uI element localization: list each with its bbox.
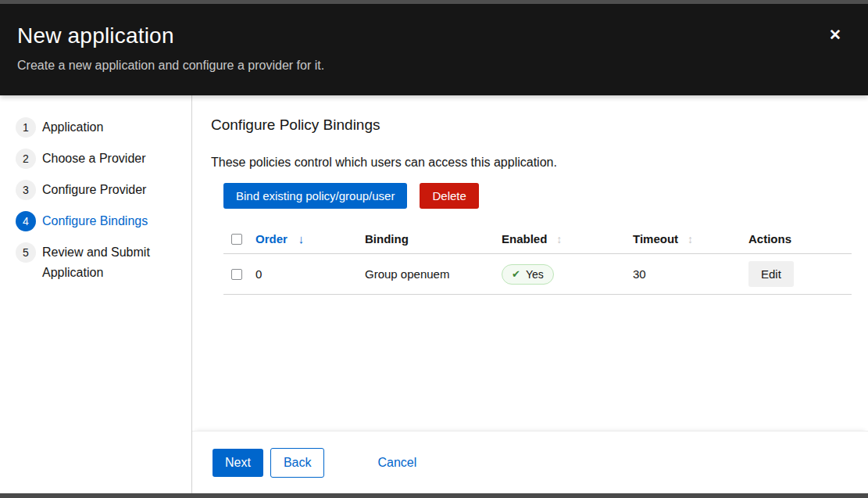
close-icon[interactable]: ✕: [826, 24, 845, 45]
check-icon: ✔: [512, 268, 520, 280]
step-label: Configure Provider: [42, 180, 146, 200]
back-button[interactable]: Back: [270, 448, 325, 478]
sort-icon: ↕: [688, 233, 693, 245]
next-button[interactable]: Next: [213, 449, 263, 477]
new-application-wizard-modal: New application Create a new application…: [0, 0, 868, 498]
modal-subtitle: Create a new application and configure a…: [17, 59, 868, 73]
column-header-order[interactable]: Order↓: [255, 232, 365, 245]
step-number-badge: 5: [16, 242, 36, 263]
wizard-step-application[interactable]: 1 Application: [0, 112, 191, 143]
row-checkbox[interactable]: [231, 269, 242, 280]
step-number-badge: 2: [16, 149, 36, 169]
step-number-badge: 3: [16, 180, 36, 200]
modal-header: New application Create a new application…: [0, 4, 868, 95]
bind-existing-button[interactable]: Bind existing policy/group/user: [223, 183, 407, 209]
order-cell: 0: [255, 267, 365, 281]
wizard-step-review-submit[interactable]: 5 Review and Submit Application: [0, 237, 191, 288]
page-background-bottom: [0, 493, 868, 498]
sort-icon: ↕: [556, 233, 562, 245]
step-label: Application: [42, 117, 103, 138]
column-header-binding[interactable]: Binding: [365, 232, 502, 245]
step-number-badge: 1: [16, 117, 36, 138]
page-description: These policies control which users can a…: [211, 156, 868, 170]
wizard-steps-nav: 1 Application 2 Choose a Provider 3 Conf…: [0, 95, 192, 493]
select-all-cell: [223, 234, 255, 245]
cancel-button[interactable]: Cancel: [377, 456, 416, 470]
wizard-step-content: Configure Policy Bindings These policies…: [192, 95, 868, 493]
wizard-step-configure-provider[interactable]: 3 Configure Provider: [0, 174, 191, 206]
edit-button[interactable]: Edit: [748, 261, 794, 287]
modal-body: 1 Application 2 Choose a Provider 3 Conf…: [0, 95, 868, 493]
modal-title: New application: [17, 23, 868, 48]
enabled-cell: ✔Yes: [502, 264, 633, 285]
delete-button[interactable]: Delete: [420, 183, 478, 209]
column-header-timeout[interactable]: Timeout↕: [633, 232, 748, 245]
table-header-row: Order↓ Binding Enabled↕ Timeout↕ Actions: [223, 224, 852, 254]
step-label: Choose a Provider: [42, 149, 146, 169]
actions-cell: Edit: [748, 261, 852, 287]
policy-bindings-table: Order↓ Binding Enabled↕ Timeout↕ Actions: [223, 224, 852, 295]
timeout-cell: 30: [633, 267, 748, 281]
column-header-actions: Actions: [748, 232, 852, 245]
sort-desc-icon: ↓: [298, 232, 305, 245]
step-label: Configure Bindings: [42, 211, 148, 231]
enabled-status-badge: ✔Yes: [502, 264, 554, 285]
row-select-cell: [223, 269, 255, 280]
page-title: Configure Policy Bindings: [211, 116, 868, 134]
page-background-top: [0, 0, 868, 4]
column-header-enabled[interactable]: Enabled↕: [502, 232, 633, 245]
step-number-badge: 4: [16, 211, 36, 231]
wizard-step-configure-bindings[interactable]: 4 Configure Bindings: [0, 206, 191, 237]
binding-cell: Group openuem: [365, 267, 502, 281]
wizard-step-choose-provider[interactable]: 2 Choose a Provider: [0, 143, 191, 174]
select-all-checkbox[interactable]: [231, 234, 242, 245]
bindings-toolbar: Bind existing policy/group/user Delete: [223, 183, 868, 209]
step-label: Review and Submit Application: [42, 242, 170, 283]
wizard-footer: Next Back Cancel: [192, 431, 868, 493]
table-row: 0 Group openuem ✔Yes 30 Edit: [223, 254, 852, 295]
